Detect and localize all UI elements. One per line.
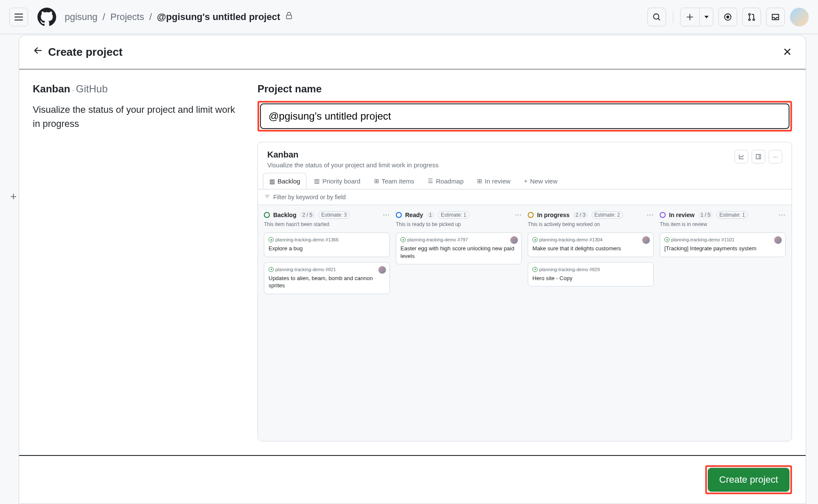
column-menu-icon[interactable]: ··· xyxy=(779,211,786,219)
card-title: Easter egg with high score unlocking new… xyxy=(400,245,517,260)
column-menu-icon[interactable]: ··· xyxy=(647,211,654,219)
column-estimate: Estimate: 3 xyxy=(318,211,350,219)
card-meta: planning-tracking-demo #797 xyxy=(400,237,517,242)
form-column: Project name Kanban Visualize the status… xyxy=(257,83,792,441)
kanban-card[interactable]: planning-tracking-demo #829 Hero site - … xyxy=(528,262,654,287)
board-icon: ▥ xyxy=(314,178,320,184)
more-icon[interactable]: ··· xyxy=(769,150,782,163)
column-estimate: Estimate: 2 xyxy=(592,211,623,219)
issues-button[interactable] xyxy=(718,8,737,26)
breadcrumb-current: @pgisung's untitled project xyxy=(157,11,280,23)
inbox-button[interactable] xyxy=(766,8,785,26)
issue-open-icon xyxy=(532,237,538,242)
plus-icon: + xyxy=(524,178,527,184)
issue-open-icon xyxy=(269,267,274,272)
issue-open-icon xyxy=(664,237,669,242)
breadcrumb-user[interactable]: pgisung xyxy=(65,11,97,23)
modal-header: Create project ✕ xyxy=(19,35,806,69)
assignee-avatar xyxy=(378,266,386,274)
svg-line-1 xyxy=(658,18,660,20)
hamburger-menu-button[interactable] xyxy=(9,8,28,26)
column-header: In progress 2 / 3 Estimate: 2 ··· xyxy=(528,211,654,219)
filter-bar[interactable]: Filter by keyword or by field xyxy=(258,189,792,205)
card-meta: planning-tracking-demo #829 xyxy=(532,267,649,272)
tab-in-review[interactable]: ⊞ In review xyxy=(471,173,516,189)
kanban-card[interactable]: planning-tracking-demo #821 Updates to a… xyxy=(264,262,390,294)
svg-point-6 xyxy=(753,19,755,20)
board-icon: ▥ xyxy=(269,178,275,185)
svg-point-3 xyxy=(727,16,729,18)
column-subtitle: This item hasn't been started xyxy=(264,221,390,227)
column-count: 1 xyxy=(426,212,435,218)
status-dot-icon xyxy=(528,212,534,218)
search-button[interactable] xyxy=(647,8,666,26)
user-avatar[interactable] xyxy=(790,8,809,26)
hamburger-icon xyxy=(14,14,23,20)
column-count: 1 / 5 xyxy=(698,212,713,218)
card-title: Updates to alien, beam, bomb and cannon … xyxy=(269,275,385,289)
top-header: pgisung / Projects / @pgisung's untitled… xyxy=(0,0,818,34)
preview-title: Kanban xyxy=(267,150,438,160)
project-name-label: Project name xyxy=(257,83,792,95)
template-name: Kanban xyxy=(33,83,70,94)
github-logo[interactable] xyxy=(37,8,56,26)
status-dot-icon xyxy=(264,212,270,218)
column-menu-icon[interactable]: ··· xyxy=(383,211,390,219)
kanban-card[interactable]: planning-tracking-demo #1304 Make sure t… xyxy=(528,232,654,257)
kanban-card[interactable]: planning-tracking-demo #1366 Explore a b… xyxy=(264,232,390,257)
create-project-modal: Create project ✕ Kanban · GitHub Visuali… xyxy=(19,35,806,504)
tab-team-items[interactable]: ⊞ Team items xyxy=(368,173,420,189)
panel-icon[interactable] xyxy=(752,150,765,163)
card-repo-ref: planning-tracking-demo #797 xyxy=(407,237,468,242)
column-title: In review xyxy=(669,212,695,218)
breadcrumb: pgisung / Projects / @pgisung's untitled… xyxy=(65,11,293,23)
kanban-card[interactable]: planning-tracking-demo #1101 [Tracking] … xyxy=(660,232,786,257)
pull-requests-button[interactable] xyxy=(742,8,761,26)
column-title: Backlog xyxy=(273,212,296,218)
project-name-input[interactable] xyxy=(260,103,789,129)
tab-label: New view xyxy=(530,178,558,185)
card-meta: planning-tracking-demo #1366 xyxy=(269,237,385,242)
column-title: Ready xyxy=(405,212,423,218)
add-button[interactable] xyxy=(681,8,699,26)
column-header: Ready 1 Estimate: 1 ··· xyxy=(396,211,522,219)
kanban-card[interactable]: planning-tracking-demo #797 Easter egg w… xyxy=(396,232,522,264)
issue-open-icon xyxy=(269,237,274,242)
tab-label: Roadmap xyxy=(436,178,463,185)
svg-point-0 xyxy=(654,14,659,19)
breadcrumb-separator: / xyxy=(149,11,152,23)
tab-priority-board[interactable]: ▥ Priority board xyxy=(308,173,366,189)
column-title: In progress xyxy=(537,212,569,218)
template-source: GitHub xyxy=(76,83,108,94)
close-icon[interactable]: ✕ xyxy=(783,46,792,59)
card-repo-ref: planning-tracking-demo #829 xyxy=(539,267,600,272)
create-project-button[interactable]: Create project xyxy=(708,468,789,492)
tab-new-view[interactable]: + New view xyxy=(518,173,563,189)
column-subtitle: This is ready to be picked up xyxy=(396,221,522,227)
card-title: [Tracking] Integrate payments system xyxy=(664,245,781,252)
tab-backlog[interactable]: ▥ Backlog xyxy=(263,173,306,189)
add-dropdown[interactable] xyxy=(699,8,713,26)
column-menu-icon[interactable]: ··· xyxy=(515,211,522,219)
assignee-avatar xyxy=(510,236,518,244)
insights-icon[interactable] xyxy=(735,150,748,163)
tab-label: Priority board xyxy=(322,178,360,185)
header-actions xyxy=(647,8,809,26)
column-subtitle: This item is in review xyxy=(660,221,786,227)
card-meta: planning-tracking-demo #1304 xyxy=(532,237,649,242)
back-arrow-icon[interactable] xyxy=(33,46,43,59)
column-count: 2 / 3 xyxy=(573,212,588,218)
tab-label: Backlog xyxy=(277,178,300,185)
lock-icon xyxy=(285,12,293,22)
column-count: 2 / 5 xyxy=(300,212,315,218)
card-repo-ref: planning-tracking-demo #1101 xyxy=(671,237,735,242)
modal-footer: Create project xyxy=(19,455,806,504)
svg-point-4 xyxy=(749,13,750,15)
card-meta: planning-tracking-demo #821 xyxy=(269,267,385,272)
tab-label: In review xyxy=(485,178,510,185)
assignee-avatar xyxy=(642,236,650,244)
breadcrumb-projects[interactable]: Projects xyxy=(110,11,144,23)
preview-subtitle: Visualize the status of your project and… xyxy=(267,161,438,169)
tab-roadmap[interactable]: ☰ Roadmap xyxy=(422,173,469,189)
svg-rect-7 xyxy=(756,155,761,159)
